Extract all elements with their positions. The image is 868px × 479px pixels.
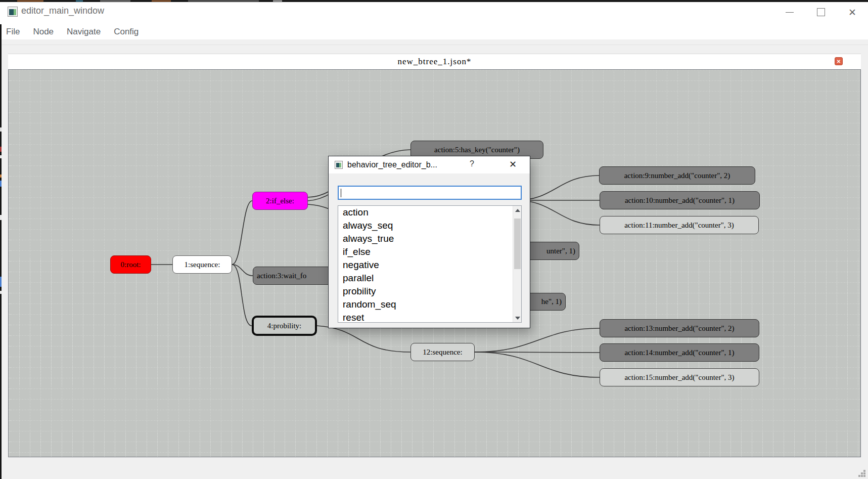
dialog-title: behavior_tree_editor_b... [347,160,464,169]
node-type-list[interactable]: actionalways_seqalways_trueif_elsenegati… [338,205,522,323]
app-icon [8,7,18,17]
tree-node-13[interactable]: action:13:number_add("counter", 2) [600,319,759,337]
scroll-up-icon [515,209,520,212]
tree-node-14[interactable]: action:14:number_add("counter", 1) [600,343,759,362]
screen: editor_main_window ✕ FileNodeNavigateCon… [0,0,868,479]
tree-node-15[interactable]: action:15:number_add("counter", 3) [600,368,759,386]
tab-close-button[interactable]: ✕ [835,57,843,65]
menu-item-navigate[interactable]: Navigate [67,27,101,37]
tree-edge [317,326,410,352]
list-item-negative[interactable]: negative [338,258,521,272]
divider [0,45,868,45]
scroll-down-button[interactable] [513,314,522,322]
dialog-titlebar[interactable]: behavior_tree_editor_b... ? ✕ [329,156,530,173]
scrollbar-thumb[interactable] [514,219,521,269]
list-scrollbar[interactable] [513,206,521,322]
menu-item-node[interactable]: Node [33,27,54,37]
menu-bar: FileNodeNavigateConfig [0,24,868,39]
tree-node-0[interactable]: 0:root: [110,255,151,274]
list-item-always_seq[interactable]: always_seq [338,219,521,232]
background-fragment [152,1,171,2]
tab-close-icon: ✕ [837,59,841,64]
tree-node-2[interactable]: 2:if_else: [252,192,308,210]
background-fragment [273,1,282,2]
tab-title[interactable]: new_btree_1.json* [8,57,861,67]
tree-edge [475,352,600,353]
maximize-icon [817,8,825,16]
background-fragment [188,1,259,2]
list-item-parallel[interactable]: parallel [338,272,521,285]
background-fragment [100,1,130,2]
list-item-if_else[interactable]: if_else [338,245,521,258]
list-item-random_seq[interactable]: random_seq [338,298,521,311]
scroll-down-icon [515,317,520,320]
close-button[interactable]: ✕ [837,0,868,24]
window-title: editor_main_window [21,6,104,16]
tree-node-10[interactable]: action:10:number_add("counter", 1) [600,191,760,209]
tab-bar: new_btree_1.json* ✕ [8,54,861,69]
dialog-close-button[interactable]: ✕ [509,159,517,170]
window-controls: ✕ [774,0,868,24]
minimize-icon [786,12,794,13]
tree-node-11[interactable]: action:11:number_add("counter", 3) [600,216,759,234]
background-fragment [17,1,43,2]
resize-grip[interactable] [858,470,865,477]
node-search-input[interactable] [338,186,522,200]
minimize-button[interactable] [774,0,805,24]
background-window-sliver-left [0,24,2,479]
tree-node-4[interactable]: 4:probility: [252,316,317,336]
list-item-action[interactable]: action [338,206,521,219]
node-picker-dialog: behavior_tree_editor_b... ? ✕ actionalwa… [328,156,530,328]
tree-edge [232,201,252,265]
menu-item-file[interactable]: File [6,27,20,37]
tree-edge [232,265,252,326]
maximize-button[interactable] [805,0,837,24]
background-fragment [76,1,83,2]
background-fragment [0,215,2,220]
tree-node-12[interactable]: 12:sequence: [410,343,475,361]
list-item-reset[interactable]: reset [338,311,521,323]
close-icon: ✕ [848,7,856,18]
background-fragment [0,147,2,152]
background-fragment [0,175,2,178]
text-caret [341,189,341,197]
tree-node-3[interactable]: action:3:wait_fo [253,267,339,285]
window-titlebar: editor_main_window ✕ [0,0,868,24]
list-item-probility[interactable]: probility [338,285,521,298]
tree-edge [475,328,600,352]
menu-item-config[interactable]: Config [114,27,139,37]
background-fragment [0,277,2,287]
dialog-help-button[interactable]: ? [470,159,474,168]
scroll-up-button[interactable] [513,206,522,214]
tree-node-1[interactable]: 1:sequence: [172,255,232,274]
background-fragment [0,181,2,187]
tree-edge [475,352,600,377]
background-fragment [0,291,2,294]
list-item-always_true[interactable]: always_true [338,232,521,245]
background-fragment [0,127,2,132]
background-fragment [0,155,2,158]
dialog-icon [335,161,343,169]
tree-node-9[interactable]: action:9:number_add("counter", 2) [599,166,755,185]
